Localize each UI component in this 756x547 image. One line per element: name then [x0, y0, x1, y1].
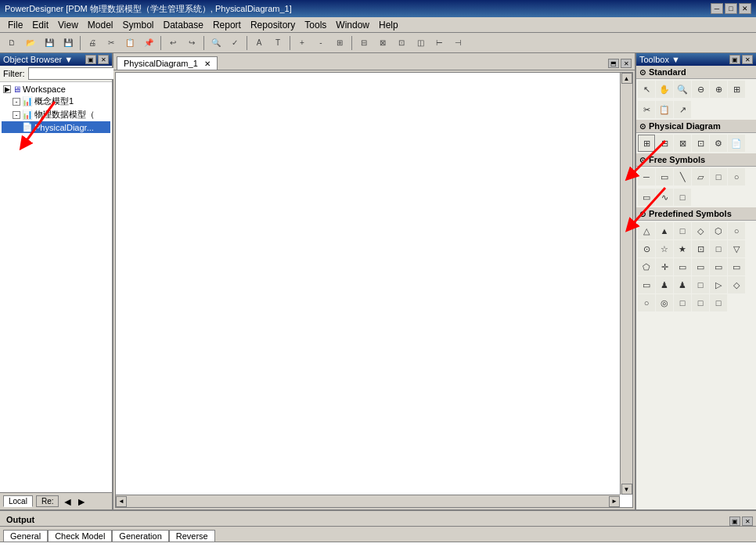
toolbar-extra3[interactable]: ⊡ — [393, 34, 410, 52]
diagram-tab-close[interactable]: ✕ — [204, 59, 211, 68]
tool-screenshot[interactable]: ⊞ — [728, 81, 745, 98]
toolbar-redo[interactable]: ↪ — [183, 34, 200, 52]
tool-view[interactable]: ⊟ — [656, 135, 673, 152]
section-physical[interactable]: ⊙ Physical Diagram — [636, 120, 756, 133]
output-close[interactable]: ✕ — [742, 516, 753, 526]
tree-physical-model[interactable]: - 📊 物理数据模型（ — [2, 108, 110, 121]
tool-ref2[interactable]: ⊡ — [692, 135, 709, 152]
tool-line-diag[interactable]: ╲ — [674, 168, 691, 185]
menu-view[interactable]: View — [53, 18, 83, 32]
tool-hexagon[interactable]: ⬡ — [710, 222, 727, 239]
tool-rect4[interactable]: □ — [674, 189, 691, 206]
tool-star-outline[interactable]: ☆ — [656, 240, 673, 257]
menu-tools[interactable]: Tools — [300, 18, 331, 32]
diagram-canvas[interactable]: ▲ ▼ ◄ ► — [115, 72, 633, 508]
tool-arrow-r[interactable]: ▷ — [710, 276, 727, 293]
tool-rect11[interactable]: □ — [674, 294, 691, 311]
tool-frame[interactable]: ⊡ — [692, 240, 709, 257]
tool-circle2[interactable]: ○ — [638, 294, 655, 311]
scroll-down[interactable]: ▼ — [621, 484, 632, 495]
menu-symbol[interactable]: Symbol — [118, 18, 159, 32]
tree-physical-diagram[interactable]: 📄 PhysicalDiagr... — [2, 121, 110, 133]
tab-reverse[interactable]: Reverse — [169, 530, 215, 542]
tool-person1[interactable]: ♟ — [656, 276, 673, 293]
tool-link[interactable]: ↗ — [674, 101, 691, 118]
tool-ellipse2[interactable]: ◎ — [656, 294, 673, 311]
diagram-close[interactable]: ✕ — [621, 59, 632, 68]
scroll-up[interactable]: ▲ — [621, 73, 632, 84]
toolbar-zoom-out[interactable]: - — [312, 34, 329, 52]
tool-hand[interactable]: ✋ — [656, 81, 673, 98]
tool-rect[interactable]: ▭ — [656, 168, 673, 185]
tool-ref[interactable]: ⊠ — [674, 135, 691, 152]
tool-line-h[interactable]: ─ — [638, 168, 655, 185]
tab-general[interactable]: General — [3, 530, 48, 542]
tool-rect9[interactable]: ▭ — [638, 276, 655, 293]
toolbar-open[interactable]: 📂 — [22, 34, 39, 52]
tool-rect12[interactable]: □ — [692, 294, 709, 311]
tool-cut[interactable]: ✂ — [638, 101, 655, 118]
menu-database[interactable]: Database — [159, 18, 208, 32]
tool-rect5[interactable]: ▭ — [674, 258, 691, 275]
toolbar-check[interactable]: ✓ — [226, 34, 243, 52]
close-button[interactable]: ✕ — [739, 3, 751, 14]
tool-wave[interactable]: ∿ — [656, 189, 673, 206]
object-browser-close[interactable]: ✕ — [98, 55, 109, 64]
toolbar-paste[interactable]: 📌 — [140, 34, 157, 52]
toolbar-cut[interactable]: ✂ — [103, 34, 120, 52]
tab-check-model[interactable]: Check Model — [48, 530, 112, 542]
toolbox-pin[interactable]: ▣ — [729, 55, 740, 64]
toolbar-extra5[interactable]: ⊢ — [430, 34, 448, 52]
tool-rect13[interactable]: □ — [710, 294, 727, 311]
tree-workspace[interactable]: ▶ 🖥 Workspace — [2, 84, 110, 95]
tool-person2[interactable]: ♟ — [674, 276, 691, 293]
tool-zoom-out[interactable]: ⊖ — [692, 81, 709, 98]
tree-concept-model[interactable]: - 📊 概念模型1 — [2, 95, 110, 108]
tool-ellipse[interactable]: ○ — [728, 168, 745, 185]
tool-cross[interactable]: ✛ — [656, 258, 673, 275]
tab-generation[interactable]: Generation — [112, 530, 168, 542]
toolbar-undo[interactable]: ↩ — [164, 34, 182, 52]
toolbar-save[interactable]: 💾 — [41, 34, 58, 52]
tool-note[interactable]: 📄 — [728, 135, 745, 152]
toolbar-font[interactable]: T — [269, 34, 286, 52]
toolbar-zoom-in[interactable]: + — [293, 34, 311, 52]
menu-report[interactable]: Report — [208, 18, 246, 32]
tool-rect10[interactable]: □ — [692, 276, 709, 293]
toolbar-zoom-fit[interactable]: ⊞ — [331, 34, 348, 52]
tab-local[interactable]: Local — [3, 495, 33, 507]
toolbar-print[interactable]: 🖨 — [84, 34, 101, 52]
toolbar-text[interactable]: A — [250, 34, 268, 52]
maximize-button[interactable]: □ — [725, 3, 737, 14]
minimize-button[interactable]: ─ — [711, 3, 723, 14]
tool-copy[interactable]: 📋 — [656, 101, 673, 118]
tool-diamond[interactable]: ◇ — [692, 222, 709, 239]
expand-physical[interactable]: - — [13, 111, 20, 119]
expand-concept[interactable]: - — [13, 98, 20, 106]
tab-repository[interactable]: Re: — [36, 495, 59, 507]
tool-rect3[interactable]: ▭ — [638, 189, 655, 206]
scroll-right[interactable]: ► — [609, 496, 620, 507]
menu-edit[interactable]: Edit — [27, 18, 53, 32]
tool-rect2[interactable]: ▱ — [692, 168, 709, 185]
diagram-pin[interactable]: ⬒ — [608, 59, 619, 68]
tool-ring[interactable]: ⊙ — [638, 240, 655, 257]
tool-procedure[interactable]: ⚙ — [710, 135, 727, 152]
tool-rect-s[interactable]: □ — [710, 240, 727, 257]
tool-rect8[interactable]: ▭ — [728, 258, 745, 275]
canvas-scrollbar-v[interactable]: ▲ ▼ — [620, 73, 632, 495]
tool-star[interactable]: ★ — [674, 240, 691, 257]
tool-triangle2[interactable]: ▲ — [656, 222, 673, 239]
tool-down-triangle[interactable]: ▽ — [728, 240, 745, 257]
diagram-tab-physical[interactable]: PhysicalDiagram_1 ✕ — [117, 56, 218, 70]
scroll-left[interactable]: ◄ — [116, 496, 127, 507]
menu-file[interactable]: File — [3, 18, 27, 32]
object-browser-pin[interactable]: ▣ — [85, 55, 96, 64]
menu-window[interactable]: Window — [331, 18, 374, 32]
toolbar-copy[interactable]: 📋 — [121, 34, 139, 52]
toolbar-save-all[interactable]: 💾 — [59, 34, 77, 52]
nav-left[interactable]: ◄ — [62, 495, 73, 508]
nav-right[interactable]: ► — [76, 495, 87, 508]
tool-circle[interactable]: ○ — [728, 222, 745, 239]
tool-table[interactable]: ⊞ — [638, 135, 655, 152]
